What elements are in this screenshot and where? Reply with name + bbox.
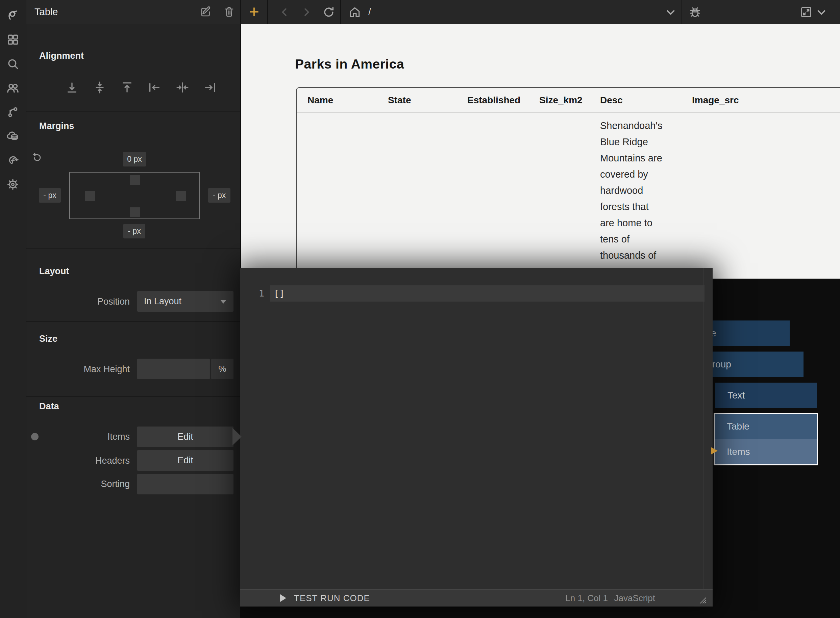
search-icon[interactable] — [6, 57, 19, 70]
test-run-code-button[interactable]: TEST RUN CODE — [294, 590, 370, 606]
desc-line: Mountains are — [600, 150, 678, 166]
margin-left-input[interactable]: - px — [39, 188, 61, 203]
align-vertical-center-icon[interactable] — [93, 81, 106, 94]
margin-bottom-input[interactable]: - px — [123, 224, 145, 238]
app-canvas[interactable]: Parks in America NameStateEstablishedSiz… — [241, 24, 840, 279]
tree-block-table-label: Table — [727, 414, 749, 439]
desc-line: forests that — [600, 199, 678, 215]
git-branch-icon[interactable] — [6, 105, 19, 118]
tree-block-items-row[interactable]: Items — [715, 439, 817, 464]
desc-line: thousands of — [600, 247, 678, 263]
play-icon[interactable] — [280, 594, 286, 602]
nav-back-icon[interactable] — [278, 6, 291, 19]
tree-block-items-label: Items — [727, 439, 750, 464]
margin-top-input[interactable]: 0 px — [123, 152, 146, 166]
refresh-icon[interactable] — [322, 6, 335, 19]
items-label: Items — [42, 432, 130, 442]
table-header-size_km2[interactable]: Size_km2 — [539, 88, 582, 113]
desc-line: Blue Ridge — [600, 134, 678, 150]
layout-section-label: Layout — [39, 266, 69, 276]
users-icon[interactable] — [6, 82, 19, 94]
tree-block-table-header[interactable]: Table — [715, 414, 817, 439]
code-line[interactable]: [] — [274, 285, 285, 302]
expand-fullscreen-icon[interactable] — [800, 6, 813, 19]
settings-gear-icon[interactable] — [6, 178, 19, 191]
tree-block-table-selected[interactable]: Table Items — [713, 413, 818, 465]
table-cell-desc: Shenandoah'sBlue RidgeMountains arecover… — [600, 117, 678, 263]
table-header-established[interactable]: Established — [467, 88, 520, 113]
inspector-header: Table — [26, 0, 240, 24]
reset-margins-icon[interactable] — [32, 151, 42, 162]
max-height-label: Max Height — [42, 364, 130, 374]
sorting-label: Sorting — [42, 479, 130, 489]
headers-edit-button[interactable]: Edit — [137, 450, 234, 471]
resize-handle-icon[interactable] — [699, 596, 707, 605]
home-icon[interactable] — [349, 6, 361, 19]
position-dropdown[interactable]: In Layout — [137, 291, 234, 312]
add-component-button[interactable]: + — [247, 3, 261, 21]
margins-section-label: Margins — [39, 121, 74, 131]
editor-footer-bar: TEST RUN CODE Ln 1, Col 1 JavaScript — [240, 589, 713, 606]
alignment-section-label: Alignment — [39, 51, 84, 61]
table-header-name[interactable]: Name — [307, 88, 333, 113]
page-selector-chevron-icon[interactable] — [664, 6, 677, 19]
items-connection-port[interactable] — [31, 433, 39, 440]
active-line-highlight — [270, 285, 704, 302]
table-header-state[interactable]: State — [388, 88, 411, 113]
cloud-database-icon[interactable] — [6, 130, 19, 143]
tree-block-text-label: Text — [727, 383, 745, 408]
toolbar-divider — [340, 0, 341, 24]
delete-icon[interactable] — [223, 6, 235, 18]
section-divider — [26, 321, 240, 322]
table-header-desc[interactable]: Desc — [600, 88, 623, 113]
code-editor-overlay[interactable]: 1 [] TEST RUN CODE Ln 1, Col 1 JavaScrip… — [240, 268, 713, 606]
table-header-row: NameStateEstablishedSize_km2DescImage_sr… — [297, 88, 840, 113]
app-logo-icon[interactable] — [6, 9, 19, 21]
tree-block-group[interactable]: Group — [700, 352, 804, 377]
max-height-input[interactable] — [137, 359, 210, 379]
rename-icon[interactable] — [200, 6, 212, 18]
parks-table[interactable]: NameStateEstablishedSize_km2DescImage_sr… — [296, 87, 840, 279]
position-label: Position — [42, 297, 130, 307]
align-left-icon[interactable] — [147, 81, 161, 94]
align-right-icon[interactable] — [203, 81, 217, 94]
desc-line: covered by — [600, 166, 678, 182]
language-label[interactable]: JavaScript — [614, 590, 655, 606]
margins-diagram — [69, 172, 200, 219]
desc-line: tens of — [600, 231, 678, 247]
debug-bug-icon[interactable] — [689, 6, 701, 19]
toolbar-divider — [682, 0, 682, 24]
margin-right-handle[interactable] — [176, 191, 186, 201]
editor-right-gutter — [703, 268, 704, 589]
section-divider — [26, 396, 240, 397]
page-path[interactable]: / — [368, 0, 371, 24]
inspector-panel: Table Alignment Margins 0 px — [26, 0, 240, 618]
table-header-image_src[interactable]: Image_src — [692, 88, 739, 113]
items-binding-arrow-icon — [711, 447, 718, 455]
items-edit-button[interactable]: Edit — [137, 426, 234, 447]
left-icon-rail — [0, 0, 26, 618]
section-divider — [26, 111, 240, 112]
margin-top-handle[interactable] — [130, 175, 140, 185]
items-edit-connector — [232, 428, 241, 446]
align-horizontal-center-icon[interactable] — [176, 81, 189, 94]
align-top-icon[interactable] — [120, 81, 134, 94]
max-height-unit[interactable]: % — [211, 359, 234, 379]
cloud-function-icon[interactable] — [6, 154, 19, 166]
dashboard-grid-icon[interactable] — [6, 33, 19, 46]
margin-right-input[interactable]: - px — [208, 188, 231, 203]
preview-chevron-icon[interactable] — [815, 6, 828, 19]
position-dropdown-value: In Layout — [144, 291, 182, 312]
size-section-label: Size — [39, 334, 57, 344]
align-bottom-icon[interactable] — [65, 81, 79, 94]
nav-forward-icon[interactable] — [300, 6, 313, 19]
top-toolbar: + / — [241, 0, 840, 24]
line-number: 1 — [240, 285, 264, 302]
section-divider — [26, 248, 240, 248]
sorting-input[interactable] — [137, 474, 234, 495]
desc-line: Shenandoah's — [600, 117, 678, 134]
tree-block-text[interactable]: Text — [715, 383, 817, 408]
margin-bottom-handle[interactable] — [130, 207, 140, 217]
data-section-label: Data — [39, 401, 59, 412]
margin-left-handle[interactable] — [85, 191, 95, 201]
